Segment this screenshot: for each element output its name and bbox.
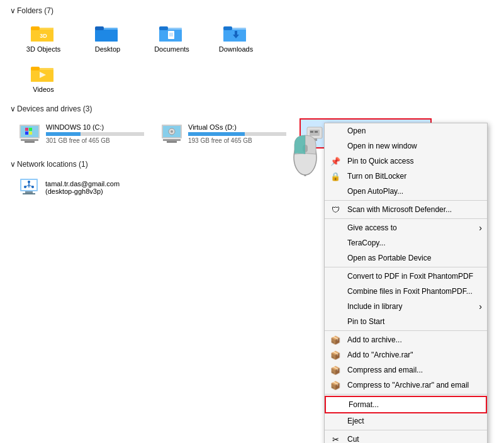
ctx-add-archive-label: Add to archive... xyxy=(347,335,402,344)
ctx-pin-quick-label: Pin to Quick access xyxy=(347,157,413,165)
ctx-compress-email-icon: 📦 xyxy=(330,364,341,376)
folders-section-header[interactable]: ∨ Folders (7) xyxy=(10,6,494,15)
network-tamal-host: (desktop-ggh8v3p) xyxy=(45,188,120,195)
ctx-cut-label: Cut xyxy=(347,435,359,443)
drive-d-bar xyxy=(188,132,286,136)
ctx-compress-email[interactable]: 📦 Compress and email... xyxy=(325,362,487,378)
ctx-open-new-window-icon xyxy=(330,140,341,152)
ctx-give-access-icon xyxy=(330,222,341,233)
ctx-give-access-label: Give access to xyxy=(347,223,397,232)
drive-c[interactable]: WINDOWS 10 (C:) 301 GB free of 465 GB xyxy=(15,118,147,149)
folder-3dobjects[interactable]: 3D 3D Objects xyxy=(15,20,72,55)
folder-desktop[interactable]: Desktop xyxy=(79,20,136,55)
mouse-illustration xyxy=(289,126,321,176)
drive-c-icon xyxy=(18,122,41,145)
folder-documents-label: Documents xyxy=(154,45,189,53)
drive-c-size: 301 GB free of 465 GB xyxy=(46,137,144,144)
ctx-format[interactable]: Format... xyxy=(325,396,487,413)
ctx-defender-icon: 🛡 xyxy=(330,204,341,215)
ctx-include-library-icon xyxy=(330,301,341,312)
ctx-combine-pdf[interactable]: Combine files in Foxit PhantomPDF... xyxy=(325,284,487,299)
ctx-teracopy[interactable]: TeraCopy... xyxy=(325,235,487,250)
drive-d-info: Virtual OSs (D:) 193 GB free of 465 GB xyxy=(188,123,286,144)
ctx-bitlocker-label: Turn on BitLocker xyxy=(347,172,406,181)
ctx-add-archive-rar[interactable]: 📦 Add to "Archive.rar" xyxy=(325,347,487,362)
ctx-defender[interactable]: 🛡 Scan with Microsoft Defender... xyxy=(325,202,487,217)
folder-downloads-icon xyxy=(223,23,249,43)
ctx-cut[interactable]: ✂ Cut xyxy=(325,432,487,443)
drive-d-icon xyxy=(160,122,183,145)
ctx-include-library[interactable]: Include in library xyxy=(325,299,487,314)
devices-section-header[interactable]: ∨ Devices and drives (3) xyxy=(10,104,494,113)
network-icon xyxy=(18,176,40,199)
ctx-bitlocker[interactable]: 🔒 Turn on BitLocker xyxy=(325,169,487,184)
ctx-eject-label: Eject xyxy=(347,417,364,425)
ctx-open-new-window[interactable]: Open in new window xyxy=(325,138,487,154)
ctx-convert-pdf-icon xyxy=(330,271,341,282)
ctx-convert-pdf[interactable]: Convert to PDF in Foxit PhantomPDF xyxy=(325,269,487,284)
folder-documents-icon xyxy=(159,23,184,43)
ctx-pin-quick-icon: 📌 xyxy=(330,155,341,167)
ctx-eject-icon xyxy=(330,415,341,427)
ctx-combine-pdf-icon xyxy=(330,286,341,297)
network-title: Network locations (1) xyxy=(17,160,88,169)
folder-documents[interactable]: Documents xyxy=(143,20,200,55)
svg-rect-45 xyxy=(23,193,35,194)
ctx-give-access[interactable]: Give access to xyxy=(325,220,487,235)
ctx-add-archive-rar-icon: 📦 xyxy=(330,349,341,361)
devices-title: Devices and drives (3) xyxy=(17,104,92,113)
svg-rect-33 xyxy=(163,139,181,141)
ctx-sep4 xyxy=(325,330,487,331)
drive-c-bar xyxy=(46,132,144,136)
devices-chevron: ∨ xyxy=(10,104,16,113)
folder-3dobjects-label: 3D Objects xyxy=(26,45,60,53)
ctx-compress-email-label: Compress and email... xyxy=(347,366,423,374)
folder-downloads[interactable]: Downloads xyxy=(208,20,264,55)
svg-rect-44 xyxy=(25,191,33,193)
svg-rect-10 xyxy=(159,26,168,30)
network-chevron: ∨ xyxy=(10,160,16,169)
ctx-open-icon xyxy=(330,125,341,137)
folder-videos-icon xyxy=(31,63,56,83)
ctx-compress-rar-email[interactable]: 📦 Compress to "Archive.rar" and email xyxy=(325,378,487,393)
drive-d-name: Virtual OSs (D:) xyxy=(188,123,286,131)
drive-d[interactable]: Virtual OSs (D:) 193 GB free of 465 GB xyxy=(157,118,289,149)
folders-chevron: ∨ xyxy=(10,6,16,15)
ctx-include-library-label: Include in library xyxy=(347,302,402,311)
ctx-autoplay-icon xyxy=(330,186,341,197)
ctx-open-new-window-label: Open in new window xyxy=(347,142,417,150)
ctx-pin-start[interactable]: Pin to Start xyxy=(325,314,487,329)
ctx-portable-label: Open as Portable Device xyxy=(347,254,431,262)
svg-point-47 xyxy=(28,181,30,183)
ctx-autoplay[interactable]: Open AutoPlay... xyxy=(325,184,487,199)
svg-rect-7 xyxy=(95,26,104,30)
folder-videos[interactable]: Videos xyxy=(15,60,72,96)
folders-grid: 3D 3D Objects Desktop xyxy=(10,20,494,55)
ctx-autoplay-label: Open AutoPlay... xyxy=(347,187,403,196)
folder-desktop-label: Desktop xyxy=(95,45,120,53)
folder-3dobjects-icon: 3D xyxy=(31,23,56,43)
ctx-add-archive[interactable]: 📦 Add to archive... xyxy=(325,332,487,347)
folder-downloads-label: Downloads xyxy=(219,45,253,53)
ctx-sep5 xyxy=(325,394,487,395)
ctx-sep3 xyxy=(325,267,487,267)
network-tamal[interactable]: tamal.tr.das@gmail.com (desktop-ggh8v3p) xyxy=(15,174,122,201)
ctx-add-archive-icon: 📦 xyxy=(330,334,341,345)
ctx-portable[interactable]: Open as Portable Device xyxy=(325,250,487,266)
ctx-eject[interactable]: Eject xyxy=(325,413,487,429)
svg-rect-21 xyxy=(31,67,40,70)
ctx-teracopy-label: TeraCopy... xyxy=(347,238,385,247)
svg-rect-25 xyxy=(25,128,28,131)
ctx-convert-pdf-label: Convert to PDF in Foxit PhantomPDF xyxy=(347,272,473,281)
ctx-compress-rar-email-label: Compress to "Archive.rar" and email xyxy=(347,381,469,390)
folder-videos-label: Videos xyxy=(33,86,53,93)
ctx-compress-rar-email-icon: 📦 xyxy=(330,379,341,391)
ctx-pin-quick[interactable]: 📌 Pin to Quick access xyxy=(325,154,487,169)
ctx-sep2 xyxy=(325,218,487,219)
svg-rect-29 xyxy=(21,139,38,141)
svg-rect-17 xyxy=(223,26,232,30)
ctx-open-label: Open xyxy=(347,126,366,135)
svg-rect-26 xyxy=(29,128,32,131)
ctx-open[interactable]: Open xyxy=(325,123,487,138)
context-menu: Open Open in new window 📌 Pin to Quick a… xyxy=(324,123,488,443)
